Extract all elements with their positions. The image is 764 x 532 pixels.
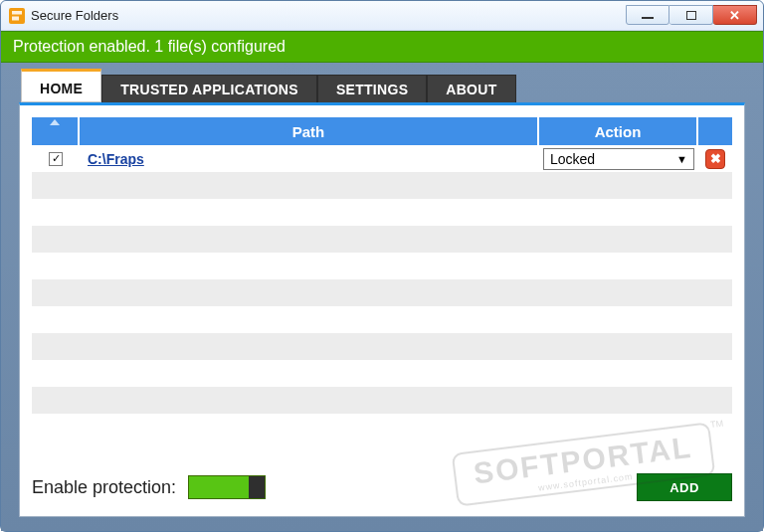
table-row — [32, 360, 732, 387]
table-body: ✓ C:\Fraps Locked ▼ ✖ — [32, 145, 732, 464]
window-controls: ✕ — [626, 6, 757, 25]
row-path-link[interactable]: C:\Fraps — [88, 151, 144, 167]
header-checkbox-column[interactable] — [32, 117, 80, 145]
row-checkbox[interactable]: ✓ — [49, 152, 63, 166]
table-row — [32, 226, 732, 253]
table-row — [32, 387, 732, 414]
panel-footer: Enable protection: ADD — [32, 468, 732, 506]
row-action-select[interactable]: Locked ▼ — [543, 148, 694, 170]
tab-trusted-applications[interactable]: TRUSTED APPLICATIONS — [101, 75, 317, 102]
table-row — [32, 306, 732, 333]
close-button[interactable]: ✕ — [713, 5, 757, 25]
close-icon: ✕ — [729, 9, 740, 22]
table-header: Path Action — [32, 117, 732, 145]
tab-bar: HOME TRUSTED APPLICATIONS SETTINGS ABOUT — [5, 73, 759, 102]
tab-about[interactable]: ABOUT — [427, 75, 515, 102]
header-delete-column — [698, 117, 732, 145]
delete-icon: ✖ — [710, 151, 721, 166]
client-area: HOME TRUSTED APPLICATIONS SETTINGS ABOUT… — [1, 63, 763, 531]
tab-settings[interactable]: SETTINGS — [317, 75, 427, 102]
table-row — [32, 199, 732, 226]
minimize-icon — [642, 17, 654, 19]
maximize-icon — [686, 11, 696, 20]
enable-protection-label: Enable protection: — [32, 477, 176, 498]
table-row — [32, 253, 732, 279]
table-row — [32, 333, 732, 360]
toggle-knob — [249, 476, 265, 498]
app-icon — [9, 8, 25, 24]
add-button[interactable]: ADD — [637, 473, 732, 501]
table-row — [32, 172, 732, 199]
titlebar[interactable]: Secure Folders ✕ — [1, 1, 763, 31]
table-row: ✓ C:\Fraps Locked ▼ ✖ — [32, 145, 732, 172]
row-delete-button[interactable]: ✖ — [705, 149, 725, 169]
window-title: Secure Folders — [31, 8, 118, 23]
home-panel: Path Action ✓ C:\Fraps Locked ▼ — [19, 102, 745, 517]
enable-protection-toggle[interactable] — [188, 475, 266, 499]
status-text: Protection enabled. 1 file(s) configured — [13, 38, 286, 56]
app-window: Secure Folders ✕ Protection enabled. 1 f… — [0, 0, 764, 532]
minimize-button[interactable] — [626, 5, 669, 25]
maximize-button[interactable] — [669, 5, 713, 25]
chevron-down-icon: ▼ — [676, 153, 687, 165]
header-action[interactable]: Action — [539, 117, 698, 145]
header-path[interactable]: Path — [80, 117, 539, 145]
tab-home[interactable]: HOME — [21, 69, 101, 102]
status-bar: Protection enabled. 1 file(s) configured — [1, 31, 763, 63]
table-row — [32, 279, 732, 306]
table-row — [32, 414, 732, 441]
sort-indicator-icon — [50, 119, 60, 125]
row-action-value: Locked — [550, 151, 595, 167]
